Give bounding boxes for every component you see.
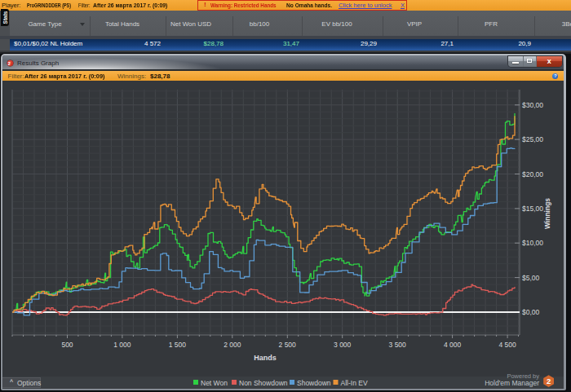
svg-text:2 500: 2 500 xyxy=(279,341,297,349)
svg-text:2: 2 xyxy=(547,377,551,385)
svg-text:1 000: 1 000 xyxy=(113,341,131,349)
svg-text:Non Showdown: Non Showdown xyxy=(239,379,288,387)
svg-text:1 500: 1 500 xyxy=(169,341,187,349)
svg-text:Winnings: Winnings xyxy=(543,198,551,229)
svg-text:$10,00: $10,00 xyxy=(522,239,543,247)
svg-text:Showdown: Showdown xyxy=(297,379,331,387)
svg-text:Hands: Hands xyxy=(254,354,277,362)
svg-text:4 000: 4 000 xyxy=(444,341,462,349)
svg-text:3 000: 3 000 xyxy=(334,341,352,349)
svg-text:4 500: 4 500 xyxy=(498,341,516,349)
svg-text:Hold'em Manager: Hold'em Manager xyxy=(485,379,539,387)
svg-text:$25,00: $25,00 xyxy=(522,135,543,143)
svg-text:$20,00: $20,00 xyxy=(522,170,543,178)
svg-text:Net Won: Net Won xyxy=(201,379,228,387)
svg-text:$15,00: $15,00 xyxy=(522,205,543,213)
svg-text:All-In EV: All-In EV xyxy=(341,379,368,387)
svg-text:$30,00: $30,00 xyxy=(522,101,543,109)
svg-text:$0,00: $0,00 xyxy=(522,308,540,316)
svg-text:$5,00: $5,00 xyxy=(522,274,540,282)
svg-text:3 500: 3 500 xyxy=(389,341,407,349)
svg-text:2 000: 2 000 xyxy=(224,341,241,349)
svg-text:500: 500 xyxy=(61,341,73,349)
